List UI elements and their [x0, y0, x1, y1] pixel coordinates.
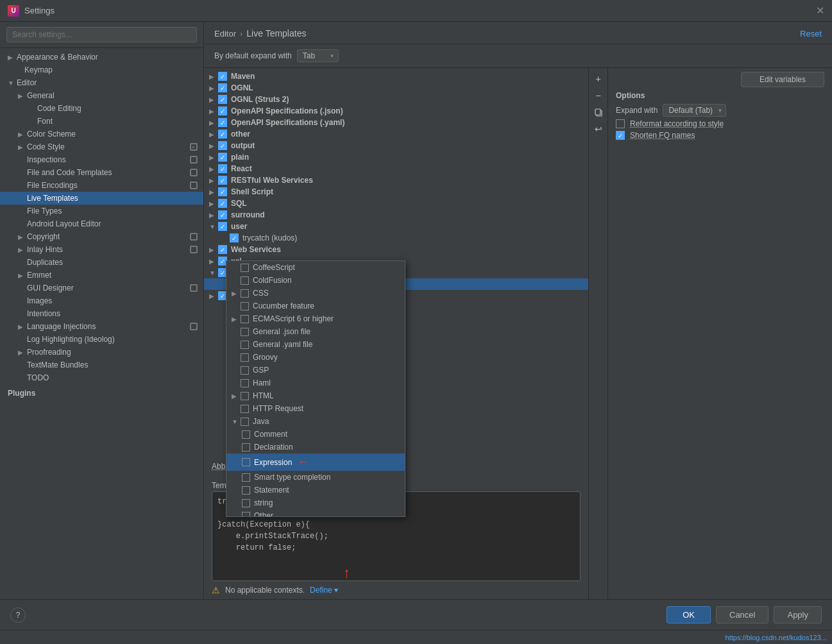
ctx-checkbox[interactable] — [241, 366, 249, 375]
ctx-item-general-yaml[interactable]: General .yaml file — [226, 338, 405, 351]
tpl-checkbox[interactable] — [218, 106, 227, 115]
sidebar-item-file-code-templates[interactable]: File and Code Templates — [0, 166, 203, 179]
ctx-checkbox[interactable] — [241, 328, 249, 336]
tpl-checkbox[interactable] — [218, 141, 227, 150]
tpl-checkbox[interactable] — [218, 164, 227, 173]
ctx-checkbox[interactable] — [242, 458, 250, 466]
ctx-item-haml[interactable]: Haml — [226, 377, 405, 389]
tpl-item-trycatch[interactable]: trycatch (kudos) — [204, 232, 588, 244]
ctx-item-java-other[interactable]: Other — [226, 509, 405, 517]
ctx-item-groovy[interactable]: Groovy — [226, 351, 405, 364]
tpl-checkbox[interactable] — [218, 153, 227, 162]
ctx-item-java-smart[interactable]: Smart type completion — [226, 471, 405, 484]
sidebar-item-general[interactable]: ▶ General — [0, 89, 203, 102]
sidebar-item-language-injections[interactable]: ▶ Language Injections — [0, 320, 203, 333]
sidebar-item-live-templates[interactable]: Live Templates — [0, 192, 203, 205]
ok-button[interactable]: OK — [666, 606, 711, 623]
tpl-group-ognl[interactable]: ▶ OGNL — [204, 82, 588, 94]
ctx-item-java-comment[interactable]: Comment — [226, 428, 405, 441]
tpl-group-maven[interactable]: ▶ Maven — [204, 71, 588, 82]
tpl-group-surround[interactable]: ▶ surround — [204, 209, 588, 221]
sidebar-item-textmate[interactable]: TextMate Bundles — [0, 359, 203, 371]
shorten-checkbox[interactable] — [616, 131, 625, 140]
ctx-checkbox[interactable] — [242, 512, 250, 518]
cancel-button[interactable]: Cancel — [716, 606, 768, 623]
ctx-item-http[interactable]: HTTP Request — [226, 402, 405, 415]
sidebar-item-code-style[interactable]: ▶ Code Style ≡ — [0, 140, 203, 153]
ctx-item-java-statement[interactable]: Statement — [226, 484, 405, 496]
ctx-checkbox[interactable] — [242, 443, 250, 452]
sidebar-item-android-layout[interactable]: Android Layout Editor — [0, 217, 203, 230]
search-input[interactable] — [6, 27, 197, 42]
sidebar-item-font[interactable]: Font — [0, 115, 203, 128]
tpl-group-web-services[interactable]: ▶ Web Services — [204, 244, 588, 255]
ctx-item-css[interactable]: ▶ CSS — [226, 287, 405, 300]
reformat-checkbox[interactable] — [616, 119, 625, 128]
tpl-group-sql[interactable]: ▶ SQL — [204, 198, 588, 209]
ctx-checkbox[interactable] — [242, 473, 250, 482]
ctx-checkbox[interactable] — [242, 486, 250, 495]
sidebar-item-intentions[interactable]: Intentions — [0, 307, 203, 320]
sidebar-item-images[interactable]: Images — [0, 294, 203, 307]
tpl-group-other[interactable]: ▶ other — [204, 128, 588, 140]
expand-dropdown[interactable]: Tab Enter Space — [297, 49, 339, 62]
ctx-checkbox[interactable] — [242, 499, 250, 507]
ctx-checkbox[interactable] — [241, 353, 249, 362]
sidebar-item-proofreading[interactable]: ▶ Proofreading — [0, 346, 203, 359]
reset-button[interactable]: Reset — [800, 29, 822, 38]
ctx-checkbox[interactable] — [241, 264, 249, 272]
tpl-checkbox[interactable] — [218, 130, 227, 139]
ctx-item-gsp[interactable]: GSP — [226, 364, 405, 377]
sidebar-item-emmet[interactable]: ▶ Emmet — [0, 269, 203, 282]
ctx-checkbox[interactable] — [241, 315, 249, 323]
ctx-item-ecmascript[interactable]: ▶ ECMAScript 6 or higher — [226, 312, 405, 325]
ctx-item-coldfusion[interactable]: ColdFusion — [226, 274, 405, 287]
status-link[interactable]: https://blog.csdn.net/kudos123... — [726, 634, 827, 641]
tpl-checkbox[interactable] — [218, 187, 227, 196]
tpl-group-user[interactable]: ▼ user — [204, 221, 588, 232]
expand-with-dropdown[interactable]: Default (Tab) Tab Enter — [663, 104, 726, 117]
help-button[interactable]: ? — [10, 607, 26, 623]
ctx-checkbox[interactable] — [241, 392, 249, 400]
ctx-checkbox[interactable] — [241, 289, 249, 298]
tpl-group-shell[interactable]: ▶ Shell Script — [204, 186, 588, 198]
tpl-group-openapi-yaml[interactable]: ▶ OpenAPI Specifications (.yaml) — [204, 117, 588, 128]
tpl-checkbox[interactable] — [218, 95, 227, 104]
tpl-group-react[interactable]: ▶ React — [204, 163, 588, 174]
ctx-checkbox[interactable] — [241, 341, 249, 349]
sidebar-item-log-highlighting[interactable]: Log Highlighting (Ideolog) — [0, 333, 203, 346]
apply-button[interactable]: Apply — [774, 606, 822, 623]
restore-button[interactable]: ↩ — [591, 122, 606, 136]
sidebar-item-inspections[interactable]: Inspections — [0, 153, 203, 166]
tpl-group-ognl-struts[interactable]: ▶ OGNL (Struts 2) — [204, 94, 588, 105]
ctx-checkbox[interactable] — [241, 276, 249, 285]
sidebar-item-duplicates[interactable]: Duplicates — [0, 256, 203, 269]
sidebar-item-file-encodings[interactable]: File Encodings — [0, 179, 203, 192]
ctx-checkbox[interactable] — [241, 418, 249, 426]
sidebar-item-copyright[interactable]: ▶ Copyright — [0, 230, 203, 243]
tpl-group-openapi-json[interactable]: ▶ OpenAPI Specifications (.json) — [204, 105, 588, 117]
sidebar-item-color-scheme[interactable]: ▶ Color Scheme — [0, 128, 203, 140]
tpl-checkbox[interactable] — [218, 210, 227, 219]
copy-button[interactable] — [591, 105, 606, 119]
ctx-checkbox[interactable] — [241, 405, 249, 413]
ctx-checkbox[interactable] — [241, 379, 249, 387]
add-button[interactable]: + — [591, 72, 606, 86]
ctx-item-java-string[interactable]: string — [226, 496, 405, 509]
sidebar-item-gui-designer[interactable]: GUI Designer — [0, 282, 203, 294]
edit-variables-button[interactable]: Edit variables — [741, 72, 824, 87]
tpl-checkbox[interactable] — [218, 222, 227, 231]
sidebar-item-appearance[interactable]: ▶ Appearance & Behavior — [0, 51, 203, 64]
sidebar-item-inlay-hints[interactable]: ▶ Inlay Hints — [0, 243, 203, 256]
define-link[interactable]: Define ▾ — [310, 586, 338, 595]
ctx-item-java-expression[interactable]: Expression ← — [226, 453, 405, 471]
tpl-group-plain[interactable]: ▶ plain — [204, 151, 588, 163]
ctx-item-coffeescript[interactable]: CoffeeScript — [226, 261, 405, 274]
sidebar-item-plugins[interactable]: Plugins — [0, 387, 203, 400]
tpl-checkbox[interactable] — [218, 176, 227, 185]
ctx-item-html[interactable]: ▶ HTML — [226, 389, 405, 402]
sidebar-item-file-types[interactable]: File Types — [0, 205, 203, 217]
tpl-checkbox[interactable] — [218, 72, 227, 81]
ctx-checkbox[interactable] — [242, 430, 250, 439]
sidebar-item-todo[interactable]: TODO — [0, 371, 203, 384]
